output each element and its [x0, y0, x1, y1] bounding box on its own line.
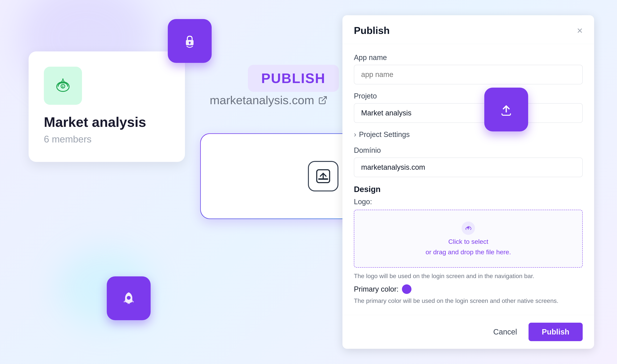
svg-point-3	[62, 79, 64, 80]
publish-badge-text: PUBLISH	[261, 71, 326, 86]
project-card: $ Market analysis 6 members	[28, 52, 185, 162]
external-link-icon	[318, 95, 328, 105]
logo-label: Logo:	[354, 198, 583, 206]
publish-panel: Publish × App name Projeto › Project Set…	[343, 15, 594, 349]
design-label: Design	[354, 185, 583, 194]
publish-icon-box	[308, 161, 338, 191]
projeto-input[interactable]	[354, 103, 583, 123]
primary-color-swatch[interactable]	[402, 284, 411, 294]
floating-upload-icon	[484, 88, 528, 131]
primary-color-section: Primary color: The primary color will be…	[354, 284, 583, 305]
app-name-input[interactable]	[354, 65, 583, 84]
app-name-label: App name	[354, 53, 583, 62]
panel-footer: Cancel Publish	[343, 315, 594, 349]
card-icon: $	[44, 67, 82, 105]
primary-color-label: Primary color:	[354, 285, 398, 293]
publish-submit-button[interactable]: Publish	[529, 323, 583, 341]
projeto-field-group: Projeto	[354, 92, 583, 123]
dominio-field-group: Domínio	[354, 146, 583, 177]
domain-text: marketanalysis.com	[210, 93, 314, 107]
project-title: Market analysis	[44, 114, 170, 130]
svg-rect-6	[189, 43, 190, 44]
app-name-field-group: App name	[354, 53, 583, 84]
tray-arrow-up-icon	[315, 168, 332, 185]
project-members: 6 members	[44, 134, 170, 145]
svg-point-7	[127, 296, 131, 300]
dominio-input[interactable]	[354, 157, 583, 177]
projeto-label: Projeto	[354, 92, 583, 100]
chevron-right-icon: ›	[354, 130, 356, 139]
primary-color-hint: The primary color will be used on the lo…	[354, 296, 583, 305]
panel-body: App name Projeto › Project Settings Domí…	[343, 44, 594, 315]
design-section: Design Logo: Click to select or drag and…	[354, 185, 583, 305]
panel-header: Publish ×	[343, 15, 594, 44]
upload-drop-text: or drag and drop the file here.	[425, 248, 511, 256]
primary-color-label-row: Primary color:	[354, 284, 583, 294]
panel-title: Publish	[354, 25, 390, 36]
floating-icon-bottom	[107, 276, 151, 320]
upload-cloud-icon	[462, 221, 475, 235]
logo-upload-area[interactable]: Click to select or drag and drop the fil…	[354, 210, 583, 268]
domain-row: marketanalysis.com	[210, 93, 328, 107]
dominio-label: Domínio	[354, 146, 583, 155]
logo-hint: The logo will be used on the login scree…	[354, 272, 583, 281]
project-settings-label: Project Settings	[359, 130, 410, 139]
close-button[interactable]: ×	[577, 26, 583, 35]
svg-text:$: $	[62, 85, 64, 88]
publish-badge: PUBLISH	[248, 65, 339, 92]
upload-click-text: Click to select	[448, 238, 488, 245]
cancel-button[interactable]: Cancel	[488, 324, 523, 340]
floating-icon-top	[168, 19, 212, 63]
project-settings-row[interactable]: › Project Settings	[354, 130, 583, 139]
